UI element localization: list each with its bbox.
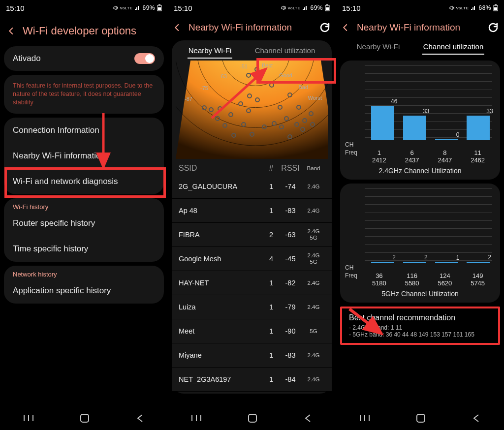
radar-rssi-63: -63	[219, 73, 227, 79]
back-icon[interactable]	[7, 27, 16, 35]
cell-count: 1	[264, 207, 279, 215]
recents-icon[interactable]	[359, 414, 370, 422]
bar-label: 33	[478, 108, 502, 115]
svg-rect-6	[326, 7, 329, 10]
item-app-history[interactable]: Application specific history	[4, 278, 164, 304]
signal-icon	[134, 5, 140, 10]
svg-rect-1	[158, 4, 160, 5]
item-wifi-diagnosis[interactable]: Wi-Fi and network diagnosis	[4, 169, 164, 194]
header: Nearby Wi-Fi information	[168, 16, 336, 36]
th-ssid: SSID	[179, 164, 264, 173]
nav-bar	[0, 406, 168, 430]
screen-developer-options: 15:10 VoLTE 69% Wi-Fi developer options …	[0, 0, 168, 430]
x-freq: 5745	[461, 279, 494, 287]
cell-band: 2.4G	[302, 376, 325, 383]
item-connection-info[interactable]: Connection Information	[4, 118, 164, 143]
status-bar: 15:10 VoLTE 69%	[168, 0, 336, 16]
volte-icon: VoLTE	[456, 6, 469, 10]
svg-rect-2	[158, 7, 161, 10]
mute-icon	[113, 5, 118, 10]
axis-ch: CH	[345, 264, 353, 271]
bar: 33	[467, 116, 490, 140]
item-time-history[interactable]: Time specific history	[4, 236, 164, 262]
th-band: Band	[302, 165, 325, 172]
cell-ssid: Google Mesh	[179, 255, 264, 263]
table-row[interactable]: FIBRA2-632.4G5G	[172, 223, 332, 247]
refresh-icon[interactable]	[319, 22, 331, 33]
refresh-icon[interactable]	[487, 22, 499, 33]
bar-label: 33	[414, 108, 438, 115]
table-row[interactable]: Google Mesh4-452.4G5G	[172, 247, 332, 271]
tab-nearby-wifi[interactable]: Nearby Wi-Fi	[188, 44, 233, 59]
cell-band: 2.4G5G	[302, 252, 325, 265]
tabs: Nearby Wi-Fi Channel utilization	[340, 36, 500, 57]
back-nav-icon[interactable]	[472, 414, 481, 423]
table-row[interactable]: 2G_GALOUCURA1-742.4G	[172, 175, 332, 199]
battery-icon	[493, 4, 498, 11]
rec-line-5: - 5GHz band: 36 40 44 48 149 153 157 161…	[349, 331, 491, 338]
cell-rssi: -79	[279, 303, 302, 311]
item-nearby-wifi[interactable]: Nearby Wi-Fi information	[4, 143, 164, 169]
tab-channel-util[interactable]: Channel utilization	[254, 44, 316, 59]
cell-band: 2.4G	[302, 280, 325, 286]
signal-radar: -51 -63 -75 -87 Best Good Bad Worst	[176, 61, 328, 159]
page-title: Wi-Fi developer options	[23, 25, 161, 37]
back-icon[interactable]	[341, 23, 350, 32]
cell-ssid: Luiza	[179, 303, 264, 311]
x-freq: 5580	[396, 279, 429, 287]
back-nav-icon[interactable]	[136, 414, 145, 423]
cell-rssi: -63	[279, 231, 302, 239]
chart-5ghz: CH Freq 2212 36116124149 518055805620574…	[340, 184, 500, 303]
status-time: 15:10	[6, 4, 25, 12]
history-card-2: Network history Application specific his…	[4, 266, 164, 304]
radar-good: Good	[279, 72, 292, 78]
bar: 2	[403, 262, 426, 263]
x-ch: 8	[429, 149, 462, 156]
home-icon[interactable]	[416, 413, 426, 423]
status-right: VoLTE 69%	[113, 4, 162, 11]
x-freq: 2447	[429, 156, 462, 164]
rec-title: Best channel recommendation	[349, 313, 491, 322]
cell-ssid: Ap 48	[179, 207, 264, 215]
tab-channel-util[interactable]: Channel utilization	[422, 40, 485, 55]
tab-nearby-wifi[interactable]: Nearby Wi-Fi	[356, 40, 401, 55]
toggle-switch-on[interactable]	[134, 53, 155, 64]
home-icon[interactable]	[80, 413, 90, 423]
cell-ssid: Meet	[179, 327, 264, 335]
cell-count: 1	[264, 327, 279, 335]
back-icon[interactable]	[173, 23, 182, 32]
bar: 2	[467, 262, 490, 263]
th-rssi: RSSI	[279, 164, 302, 173]
table-row[interactable]: Luiza1-792.4G	[172, 295, 332, 319]
table-row[interactable]: Miyane1-832.4G	[172, 343, 332, 368]
header: Nearby Wi-Fi information	[336, 16, 504, 36]
master-toggle-row[interactable]: Ativado	[4, 46, 164, 71]
screen-nearby-wifi: 15:10 VoLTE 69% Nearby Wi-Fi information…	[168, 0, 336, 430]
signal-icon	[302, 5, 308, 10]
main-card: Nearby Wi-Fi Channel utilization	[172, 40, 332, 394]
cell-rssi: -83	[279, 207, 302, 215]
cell-band: 2.4G5G	[302, 228, 325, 241]
table-row[interactable]: HAY-NET1-822.4G	[172, 271, 332, 295]
x-ch: 1	[363, 149, 396, 156]
radar-best: Best	[262, 62, 273, 68]
table-row[interactable]: Ap 481-832.4G	[172, 199, 332, 223]
recents-icon[interactable]	[191, 414, 202, 422]
item-router-history[interactable]: Router specific history	[4, 211, 164, 236]
battery-percent: 69%	[142, 4, 155, 11]
mute-icon	[281, 5, 286, 10]
back-nav-icon[interactable]	[304, 414, 313, 423]
x-freq: 2437	[396, 156, 429, 164]
tabs-wrap: Nearby Wi-Fi Channel utilization	[340, 36, 500, 57]
home-icon[interactable]	[248, 413, 257, 423]
bar-label: 2	[414, 254, 438, 261]
table-row[interactable]: NET_2G3A61971-842.4G	[172, 368, 332, 392]
x-freq: 2462	[461, 156, 494, 164]
toggle-label: Ativado	[13, 54, 41, 63]
toggle-card: Ativado	[4, 46, 164, 71]
table-row[interactable]: Meet1-905G	[172, 319, 332, 343]
nav-bar	[336, 406, 504, 430]
rec-line-24: - 2.4GHz band: 1 11	[349, 324, 491, 331]
x-ch: 116	[396, 272, 429, 279]
recents-icon[interactable]	[23, 414, 34, 422]
